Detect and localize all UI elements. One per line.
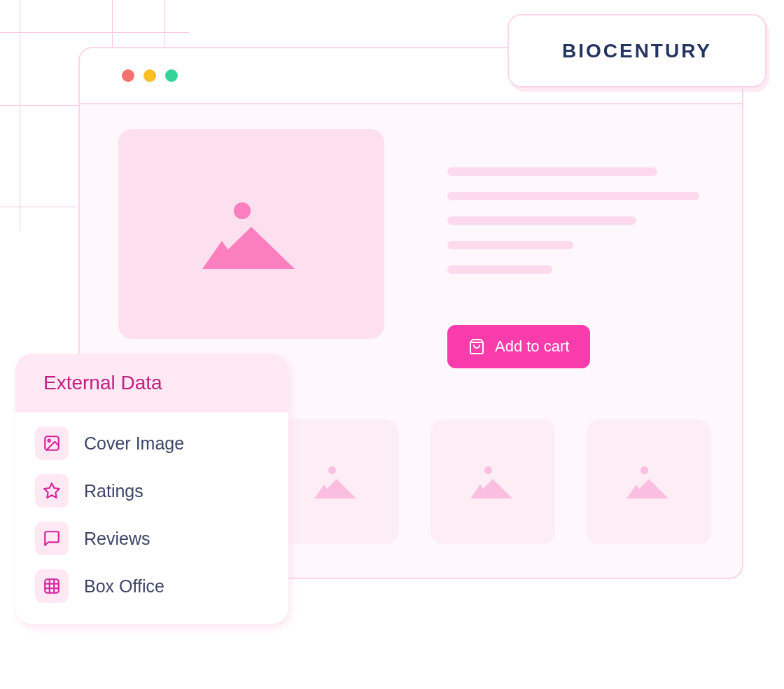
skeleton-line bbox=[447, 216, 636, 225]
badge-text: BIOCENTURY bbox=[562, 40, 712, 62]
panel-item-cover-image[interactable]: Cover Image bbox=[35, 426, 269, 460]
skeleton-line bbox=[447, 241, 573, 249]
svg-marker-3 bbox=[44, 483, 59, 498]
image-icon bbox=[316, 465, 358, 499]
panel-item-ratings[interactable]: Ratings bbox=[35, 474, 269, 508]
skeleton-line bbox=[447, 167, 657, 176]
thumbnail-image[interactable] bbox=[430, 419, 555, 544]
description-skeleton bbox=[447, 167, 699, 274]
minimize-icon[interactable] bbox=[144, 69, 156, 82]
biocentury-badge: BIOCENTURY bbox=[507, 14, 766, 88]
hero-image-placeholder bbox=[118, 129, 384, 339]
panel-item-label: Reviews bbox=[84, 529, 150, 549]
maximize-icon[interactable] bbox=[165, 69, 178, 82]
star-icon bbox=[35, 474, 69, 508]
external-data-panel: External Data Cover Image Ratings bbox=[15, 354, 288, 624]
close-icon[interactable] bbox=[122, 69, 134, 82]
panel-item-reviews[interactable]: Reviews bbox=[35, 522, 269, 555]
thumbnail-image[interactable] bbox=[274, 419, 399, 544]
svg-point-2 bbox=[48, 440, 50, 442]
image-icon bbox=[35, 426, 69, 460]
panel-item-box-office[interactable]: Box Office bbox=[35, 569, 269, 603]
thumbnail-image[interactable] bbox=[587, 419, 711, 544]
panel-item-label: Box Office bbox=[84, 576, 164, 597]
image-icon bbox=[628, 465, 670, 499]
panel-body: Cover Image Ratings Reviews bbox=[15, 412, 288, 624]
panel-item-label: Cover Image bbox=[84, 433, 184, 454]
shopping-bag-icon bbox=[468, 338, 485, 355]
add-to-cart-label: Add to cart bbox=[495, 337, 569, 356]
grid-icon bbox=[35, 569, 69, 603]
panel-title: External Data bbox=[15, 354, 288, 412]
skeleton-line bbox=[447, 265, 552, 274]
panel-item-label: Ratings bbox=[84, 481, 144, 501]
skeleton-line bbox=[447, 192, 699, 200]
svg-rect-4 bbox=[45, 579, 59, 593]
add-to-cart-button[interactable]: Add to cart bbox=[447, 325, 590, 368]
image-icon bbox=[206, 199, 297, 269]
message-icon bbox=[35, 522, 69, 555]
image-icon bbox=[472, 465, 514, 499]
